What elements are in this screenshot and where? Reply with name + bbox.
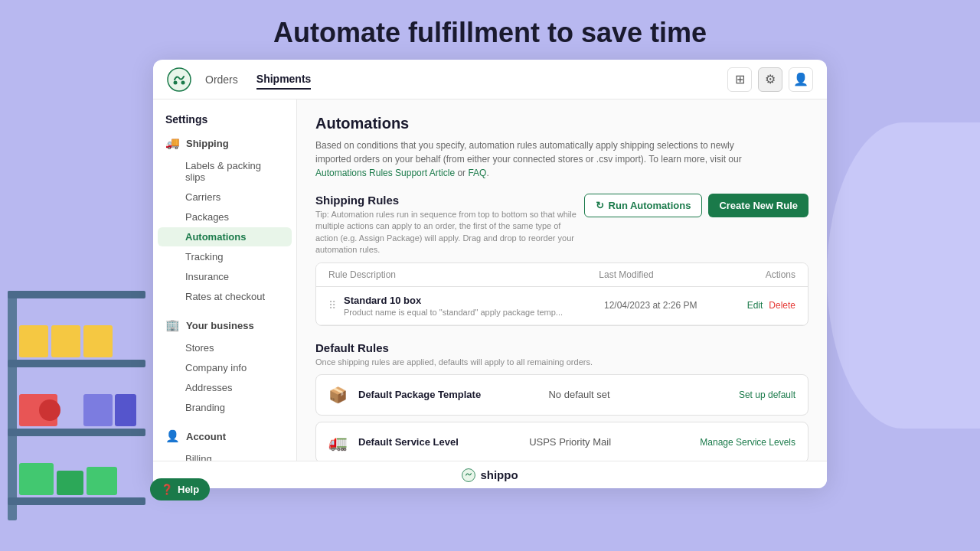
sidebar-shipping-header[interactable]: 🚚 Shipping (153, 132, 296, 155)
shippo-logo: shippo (462, 468, 518, 482)
run-btn-label: Run Automations (609, 200, 691, 211)
default-package-value: No default set (548, 389, 738, 400)
package-icon: 📦 (328, 386, 348, 404)
faq-link[interactable]: FAQ (468, 168, 486, 178)
svg-rect-4 (8, 291, 17, 520)
business-label: Your business (186, 320, 254, 331)
svg-rect-10 (51, 325, 80, 357)
nav-grid-icon-btn[interactable]: ⊞ (727, 67, 752, 92)
sidebar-account-header[interactable]: 👤 Account (153, 425, 296, 448)
sidebar-business-header[interactable]: 🏢 Your business (153, 314, 296, 337)
app-body: Settings 🚚 Shipping Labels & packing sli… (153, 99, 827, 461)
col-actions: Actions (734, 269, 795, 280)
nav-shipments[interactable]: Shipments (256, 70, 312, 90)
col-modified: Last Modified (599, 269, 734, 280)
shippo-logo-text: shippo (480, 468, 518, 481)
svg-rect-7 (8, 429, 145, 436)
svg-rect-17 (57, 471, 83, 495)
default-rules-section: Default Rules Once shipping rules are ap… (315, 341, 808, 461)
default-service-card: 🚛 Default Service Level USPS Priority Ma… (315, 422, 808, 461)
sidebar-item-automations[interactable]: Automations (158, 227, 292, 246)
rules-actions: ↻ Run Automations Create New Rule (584, 194, 808, 217)
account-label: Account (186, 431, 226, 442)
sidebar-item-labels[interactable]: Labels & packing slips (158, 156, 292, 187)
shelf-illustration (0, 283, 153, 528)
sidebar-item-branding[interactable]: Branding (158, 398, 292, 417)
rules-title-block: Shipping Rules Tip: Automation rules run… (315, 194, 584, 256)
rule-name: Standard 10 box (344, 295, 604, 306)
run-automations-button[interactable]: ↻ Run Automations (584, 194, 703, 217)
shipping-rules-title: Shipping Rules (315, 194, 584, 207)
support-article-link[interactable]: Automations Rules Support Article (315, 168, 455, 178)
delete-rule-link[interactable]: Delete (769, 300, 795, 311)
rule-modified: 12/04/2023 at 2:26 PM (604, 300, 734, 311)
main-content: Automations Based on conditions that you… (297, 99, 827, 461)
sidebar-item-addresses[interactable]: Addresses (158, 378, 292, 397)
bottom-bar: shippo (153, 461, 827, 488)
sidebar-item-insurance[interactable]: Insurance (158, 267, 292, 286)
default-rules-title: Default Rules (315, 341, 808, 354)
account-icon: 👤 (165, 429, 180, 443)
settings-title: Settings (153, 113, 296, 132)
top-nav: Orders Shipments ⊞ ⚙ 👤 (153, 60, 827, 99)
nav-orders[interactable]: Orders (205, 70, 238, 89)
svg-point-13 (39, 399, 60, 421)
sidebar-item-carriers[interactable]: Carriers (158, 187, 292, 207)
nav-settings-icon-btn[interactable]: ⚙ (758, 67, 782, 92)
rule-sub: Product name is equal to "standard" appl… (344, 308, 604, 317)
automations-title: Automations (315, 115, 808, 132)
table-row: ⠿ Standard 10 box Product name is equal … (316, 287, 808, 325)
edit-rule-link[interactable]: Edit (747, 300, 763, 311)
shipping-icon: 🚚 (165, 136, 180, 150)
nav-links: Orders Shipments (205, 70, 311, 90)
svg-point-2 (181, 80, 185, 84)
shipping-rules-tip: Tip: Automation rules run in sequence fr… (315, 209, 584, 256)
svg-rect-15 (115, 394, 136, 426)
help-button[interactable]: ❓ Help (150, 478, 210, 500)
shippo-logo-icon (462, 468, 475, 482)
shipping-rules-header: Shipping Rules Tip: Automation rules run… (315, 194, 808, 256)
nav-user-icon-btn[interactable]: 👤 (789, 67, 813, 92)
create-rule-button[interactable]: Create New Rule (708, 194, 808, 217)
help-icon: ❓ (161, 484, 173, 495)
rules-table-header: Rule Description Last Modified Actions (316, 263, 808, 287)
sidebar-item-tracking[interactable]: Tracking (158, 247, 292, 266)
rule-info: Standard 10 box Product name is equal to… (344, 295, 604, 317)
sidebar-item-company[interactable]: Company info (158, 358, 292, 377)
svg-rect-5 (8, 291, 145, 298)
svg-rect-6 (8, 360, 145, 367)
setup-default-link[interactable]: Set up default (739, 390, 795, 400)
rule-action-btns: Edit Delete (734, 300, 795, 311)
refresh-icon: ↻ (596, 200, 604, 211)
default-package-card: 📦 Default Package Template No default se… (315, 374, 808, 416)
col-description: Rule Description (328, 269, 599, 280)
svg-rect-14 (83, 394, 113, 426)
default-package-name: Default Package Template (358, 389, 548, 400)
sidebar: Settings 🚚 Shipping Labels & packing sli… (153, 99, 297, 461)
manage-service-link[interactable]: Manage Service Levels (700, 437, 795, 448)
nav-actions: ⊞ ⚙ 👤 (727, 67, 813, 92)
default-service-name: Default Service Level (358, 436, 529, 448)
svg-point-1 (174, 80, 178, 84)
business-icon: 🏢 (165, 318, 180, 332)
svg-point-0 (168, 68, 191, 91)
default-service-value: USPS Priority Mail (529, 436, 700, 448)
svg-rect-8 (8, 497, 145, 505)
truck-icon: 🚛 (328, 433, 348, 452)
sidebar-item-stores[interactable]: Stores (158, 338, 292, 357)
help-label: Help (178, 484, 199, 495)
svg-rect-18 (87, 467, 117, 495)
hero-title: Automate fulfillment to save time (0, 0, 980, 60)
svg-rect-16 (19, 463, 54, 495)
svg-point-3 (462, 468, 475, 481)
sidebar-item-billing[interactable]: Billing (158, 449, 292, 461)
app-window: Orders Shipments ⊞ ⚙ 👤 Settings 🚚 Shippi… (153, 60, 827, 488)
shipping-label: Shipping (186, 138, 229, 149)
sidebar-item-packages[interactable]: Packages (158, 207, 292, 227)
drag-handle-icon[interactable]: ⠿ (328, 299, 336, 311)
rules-table: Rule Description Last Modified Actions ⠿… (315, 262, 808, 326)
svg-rect-9 (19, 325, 48, 357)
sidebar-item-rates[interactable]: Rates at checkout (158, 287, 292, 306)
automations-desc: Based on conditions that you specify, au… (315, 139, 760, 180)
app-logo (167, 67, 191, 92)
